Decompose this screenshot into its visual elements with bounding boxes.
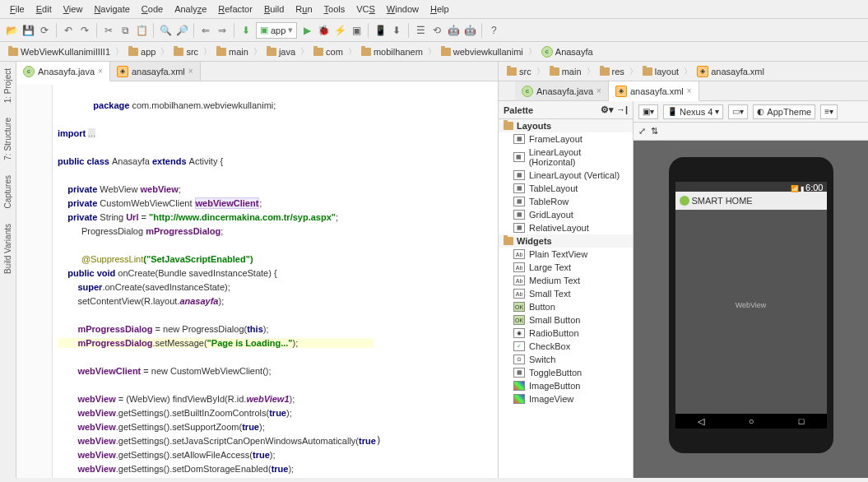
- breadcrumb-item[interactable]: main: [546, 66, 585, 77]
- navigation-bar: WebViewKullanimiIIII1〉app〉src〉main〉java〉…: [0, 42, 868, 62]
- palette-item[interactable]: ▦GridLayout: [499, 208, 633, 221]
- tool-build-variants[interactable]: Build Variants: [3, 220, 12, 277]
- editor-tab[interactable]: cAnasayfa.java×: [515, 81, 609, 100]
- sync-icon[interactable]: ⟳: [38, 24, 51, 37]
- palette-item[interactable]: ◉RadioButton: [499, 327, 633, 340]
- debug-icon[interactable]: 🐞: [317, 24, 330, 37]
- open-icon[interactable]: 📂: [5, 24, 18, 37]
- orientation-selector[interactable]: ▭▾: [728, 104, 748, 119]
- run-icon[interactable]: ▶: [300, 24, 313, 37]
- close-tab-icon[interactable]: ×: [596, 86, 601, 95]
- palette-item[interactable]: ▦TableLayout: [499, 182, 633, 195]
- breadcrumb-item[interactable]: src: [504, 66, 535, 77]
- palette-item[interactable]: ▦LinearLayout (Vertical): [499, 169, 633, 182]
- palette-item[interactable]: ImageView: [499, 392, 633, 406]
- zoom-fit-icon[interactable]: ⤢: [638, 126, 646, 137]
- breadcrumb-item[interactable]: app: [125, 46, 159, 58]
- help-icon[interactable]: ?: [487, 24, 500, 37]
- replace-icon[interactable]: 🔎: [175, 24, 188, 37]
- find-icon[interactable]: 🔍: [159, 24, 172, 37]
- redo-icon[interactable]: ↷: [78, 24, 91, 37]
- breadcrumb-item[interactable]: mobilhanem: [358, 46, 426, 58]
- breadcrumb-item[interactable]: webviewkullanimi: [438, 46, 527, 58]
- cut-icon[interactable]: ✂: [102, 24, 115, 37]
- menu-edit[interactable]: Edit: [31, 2, 57, 16]
- sync-gradle-icon[interactable]: ⟲: [430, 24, 443, 37]
- run-config-selector[interactable]: ▣ app ▾: [256, 22, 297, 39]
- editor-tab[interactable]: cAnasayfa.java×: [16, 62, 110, 81]
- tool-structure[interactable]: 7: Structure: [3, 114, 12, 164]
- palette-item[interactable]: ▦FrameLayout: [499, 132, 633, 146]
- structure-icon[interactable]: ☰: [414, 24, 427, 37]
- stop-icon[interactable]: ▣: [350, 24, 363, 37]
- breadcrumb-item[interactable]: src: [170, 46, 202, 58]
- menu-tools[interactable]: Tools: [319, 2, 350, 16]
- breadcrumb-item[interactable]: WebViewKullanimiIIII1: [5, 46, 114, 58]
- right-breadcrumb: src〉main〉res〉layout〉◈anasayfa.xml: [499, 62, 868, 81]
- palette-item[interactable]: OKButton: [499, 300, 633, 313]
- sdk-icon[interactable]: ⬇: [390, 24, 403, 37]
- menu-run[interactable]: Run: [290, 2, 317, 16]
- palette-collapse-icon[interactable]: →|: [616, 104, 628, 114]
- palette-item[interactable]: AbSmall Text: [499, 287, 633, 300]
- back-icon[interactable]: ⇐: [199, 24, 212, 37]
- android-icon[interactable]: 🤖: [447, 24, 460, 37]
- breadcrumb-item[interactable]: ◈anasayfa.xml: [694, 65, 768, 78]
- menu-navigate[interactable]: Navigate: [89, 2, 134, 16]
- close-tab-icon[interactable]: ×: [687, 86, 692, 95]
- more-selector[interactable]: ≡▾: [820, 104, 838, 119]
- breadcrumb-item[interactable]: res: [596, 66, 628, 77]
- menu-vcs[interactable]: VCS: [351, 2, 380, 16]
- breadcrumb-item[interactable]: com: [310, 46, 346, 58]
- palette-item[interactable]: ▦LinearLayout (Horizontal): [499, 146, 633, 169]
- editor-tab[interactable]: ◈anasayfa.xml×: [110, 62, 201, 81]
- palette-item[interactable]: AbPlain TextView: [499, 248, 633, 261]
- palette-item[interactable]: ImageButton: [499, 379, 633, 392]
- close-tab-icon[interactable]: ×: [188, 67, 193, 76]
- editor-tab[interactable]: ◈anasayfa.xml×: [609, 81, 699, 101]
- menu-window[interactable]: Window: [382, 2, 424, 16]
- device-selector[interactable]: 📱 Nexus 4▾: [663, 104, 723, 119]
- breadcrumb-item[interactable]: java: [263, 46, 299, 58]
- palette-group[interactable]: Widgets: [499, 234, 633, 248]
- palette-group[interactable]: Layouts: [499, 119, 633, 132]
- menu-build[interactable]: Build: [259, 2, 289, 16]
- palette-item[interactable]: ✓CheckBox: [499, 340, 633, 353]
- menu-file[interactable]: File: [5, 2, 30, 16]
- palette-item[interactable]: ▦RelativeLayout: [499, 221, 633, 234]
- android-icon2[interactable]: 🤖: [463, 24, 476, 37]
- zoom-actual-icon[interactable]: ⇅: [651, 126, 658, 137]
- copy-icon[interactable]: ⧉: [118, 24, 132, 37]
- palette-gear-icon[interactable]: ⚙▾: [601, 104, 614, 114]
- menu-refactor[interactable]: Refactor: [213, 2, 258, 16]
- palette-item[interactable]: ⊙Switch: [499, 353, 633, 366]
- menu-analyze[interactable]: Analyze: [169, 2, 211, 16]
- paste-icon[interactable]: 📋: [135, 24, 148, 37]
- make-icon[interactable]: ⬇: [239, 24, 253, 37]
- close-tab-icon[interactable]: ×: [98, 67, 103, 76]
- breadcrumb-item[interactable]: main: [213, 46, 252, 58]
- palette-item[interactable]: AbLarge Text: [499, 261, 633, 274]
- attach-icon[interactable]: ⚡: [333, 24, 346, 37]
- palette-item[interactable]: ▦ToggleButton: [499, 366, 633, 379]
- menu-bar: File Edit View Navigate Code Analyze Ref…: [0, 0, 868, 19]
- menu-code[interactable]: Code: [137, 2, 168, 16]
- undo-icon[interactable]: ↶: [62, 24, 75, 37]
- palette-item[interactable]: AbMedium Text: [499, 274, 633, 287]
- left-tool-window-bar: 1: Project 7: Structure Captures Build V…: [0, 62, 16, 478]
- device-screen[interactable]: 📶 ▮ 6:00 SMART HOME WebView ◁○□: [675, 182, 827, 429]
- palette-item[interactable]: ▦TableRow: [499, 195, 633, 208]
- forward-icon[interactable]: ⇒: [216, 24, 229, 37]
- menu-help[interactable]: Help: [425, 2, 454, 16]
- design-view-toggle[interactable]: ▣▾: [638, 104, 658, 119]
- tool-captures[interactable]: Captures: [3, 172, 12, 212]
- breadcrumb-item[interactable]: cAnasayfa: [538, 45, 596, 58]
- menu-view[interactable]: View: [58, 2, 88, 16]
- save-icon[interactable]: 💾: [21, 24, 35, 37]
- breadcrumb-item[interactable]: layout: [639, 66, 682, 77]
- code-editor[interactable]: package com.mobilhanem.webviewkullanimi;…: [16, 81, 498, 478]
- theme-selector[interactable]: ◐ AppTheme: [753, 104, 815, 119]
- tool-project[interactable]: 1: Project: [3, 65, 12, 106]
- avd-icon[interactable]: 📱: [374, 24, 387, 37]
- palette-item[interactable]: OKSmall Button: [499, 313, 633, 327]
